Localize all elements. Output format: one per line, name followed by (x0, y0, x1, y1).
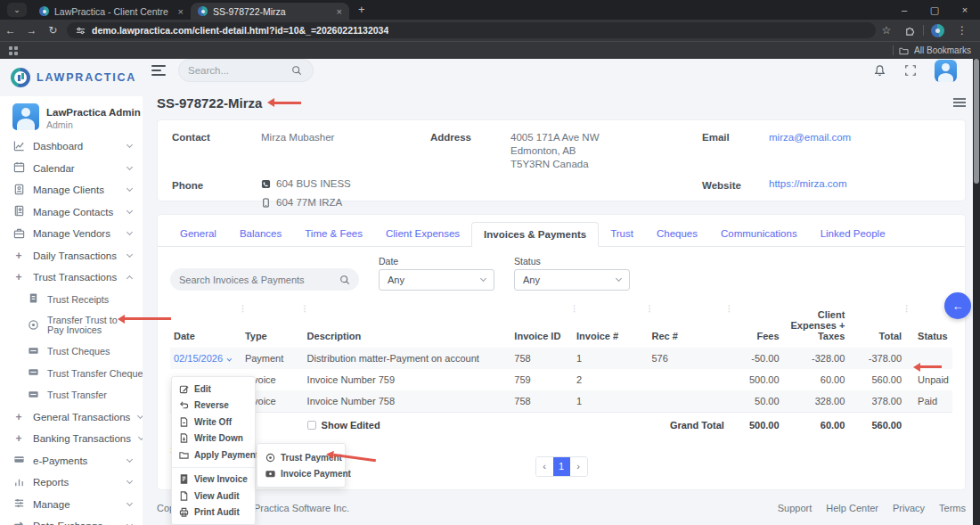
global-search[interactable] (178, 59, 314, 82)
page-menu-icon[interactable] (953, 98, 966, 107)
status-filter-select[interactable]: Any (514, 269, 630, 291)
address-bar[interactable]: demo.lawpractica.com/client-detail.html?… (67, 22, 876, 38)
back-icon[interactable]: ← (0, 24, 21, 37)
invoices-search[interactable] (170, 268, 359, 291)
global-search-input[interactable] (188, 65, 286, 76)
browser-menu-icon[interactable]: ⋮ (951, 24, 973, 37)
cheque-icon (27, 366, 39, 380)
current-page-button[interactable]: 1 (553, 457, 570, 476)
show-edited-checkbox[interactable] (307, 421, 316, 430)
sidebar-item-dashboard[interactable]: Dashboard (0, 135, 143, 158)
close-tab-icon[interactable]: × (337, 6, 342, 17)
site-info-icon[interactable] (76, 26, 86, 36)
menu-item-edit[interactable]: Edit (172, 381, 255, 398)
floating-back-button[interactable]: ← (944, 292, 971, 319)
browser-tab-client-detail[interactable]: SS-978722-Mirza × (191, 3, 349, 20)
tab-general[interactable]: General (168, 222, 228, 246)
tab-communications[interactable]: Communications (709, 222, 809, 246)
date-filter-select[interactable]: Any (379, 269, 494, 291)
notifications-bell-icon[interactable] (873, 64, 886, 78)
scrollbar-thumb[interactable] (974, 59, 979, 184)
footer-link-help-center[interactable]: Help Center (826, 503, 878, 513)
tab-balances[interactable]: Balances (228, 222, 293, 246)
tab-trust[interactable]: Trust (599, 222, 645, 246)
bookmark-star-icon[interactable]: ☆ (876, 24, 897, 37)
browser-profile-avatar[interactable] (931, 24, 944, 37)
footer-link-privacy[interactable]: Privacy (893, 503, 925, 513)
tab-time-fees[interactable]: Time & Fees (293, 222, 374, 246)
footer-link-terms[interactable]: Terms (939, 503, 966, 513)
submenu-item-invoice-payment[interactable]: Invoice Payment (257, 465, 345, 481)
email-link[interactable]: mirza@email.com (769, 132, 851, 143)
sidebar-item-trust-receipts[interactable]: Trust Receipts (0, 289, 143, 311)
sidebar-item-trust-transfer-cheques[interactable]: Trust Transfer Cheques (0, 363, 143, 385)
menu-item-write-off[interactable]: Write Off (172, 414, 255, 431)
tab-client-expenses[interactable]: Client Expenses (374, 222, 471, 246)
new-tab-button[interactable]: + (358, 3, 365, 16)
col-invoice-no[interactable]: ⋮Invoice # (573, 305, 648, 348)
sidebar-item-manage-contacts[interactable]: Manage Contacts (0, 201, 143, 224)
table-row[interactable]: Invoice Invoice Number 758 758 1 50.00 3… (170, 390, 952, 413)
fullscreen-icon[interactable] (904, 64, 917, 77)
user-name: LawPractica Admin (46, 107, 141, 118)
footer-link-support[interactable]: Support (778, 503, 813, 513)
website-link[interactable]: https://mirza.com (769, 178, 847, 189)
edit-icon (179, 384, 189, 394)
tab-linked-people[interactable]: Linked People (809, 222, 897, 246)
sidebar-item-trust-transactions[interactable]: + Trust Transactions (0, 267, 143, 289)
vendors-icon (12, 227, 25, 241)
all-bookmarks-button[interactable]: All Bookmarks (914, 45, 971, 55)
col-rec-no[interactable]: ⋮Rec # (649, 305, 728, 348)
sidebar-item-daily-transactions[interactable]: + Daily Transactions (0, 245, 143, 267)
app-logo[interactable]: LAWPRACTICA (0, 59, 143, 96)
sidebar-item-e-payments[interactable]: e-Payments (0, 450, 143, 472)
minimize-button[interactable]: – (889, 0, 919, 20)
header-user-avatar[interactable] (935, 60, 957, 82)
table-row[interactable]: 02/15/2026 Invoice Invoice Number 759 75… (170, 369, 952, 390)
sidebar-item-manage-clients[interactable]: Manage Clients (0, 179, 143, 201)
tab-invoices-payments[interactable]: Invoices & Payments (471, 222, 599, 247)
tab-cheques[interactable]: Cheques (645, 222, 709, 246)
sidebar-user[interactable]: LawPractica Admin Admin (0, 96, 143, 135)
sidebar-toggle-icon[interactable] (151, 65, 166, 76)
apps-grid-icon[interactable] (9, 46, 18, 55)
menu-item-view-invoice[interactable]: View Invoice (172, 472, 255, 488)
invoices-search-input[interactable] (179, 275, 339, 285)
sidebar-item-general-transactions[interactable]: + General Transactions (0, 406, 143, 429)
tab-search-button[interactable]: ⌄ (7, 3, 27, 17)
divider (923, 25, 924, 36)
menu-item-print-audit[interactable]: Print Audit (172, 504, 255, 521)
row-date-link[interactable]: 02/15/2026 (174, 353, 230, 364)
sidebar-item-data-exchange[interactable]: ⇄ Data Exchange (0, 515, 143, 525)
audit-file-icon (179, 491, 189, 501)
maximize-button[interactable]: ▢ (919, 0, 950, 20)
sidebar-item-reports[interactable]: Reports (0, 472, 143, 494)
sidebar-item-trust-cheques[interactable]: Trust Cheques (0, 340, 143, 363)
menu-item-apply-payment[interactable]: Apply Payment > (172, 447, 255, 463)
col-total[interactable]: Total (848, 305, 905, 348)
prev-page-button[interactable]: ‹ (536, 457, 553, 476)
page-scrollbar[interactable] (973, 59, 980, 525)
col-description[interactable]: ⋮Description (304, 305, 511, 348)
extensions-icon[interactable] (904, 25, 916, 37)
reload-icon[interactable]: ↻ (42, 24, 63, 37)
col-fees[interactable]: ⋮Fees (728, 305, 783, 348)
col-type[interactable]: ⋮Type (241, 305, 304, 348)
sidebar-item-banking-transactions[interactable]: + Banking Transactions (0, 428, 143, 450)
browser-tab-client-centre[interactable]: LawPractica - Client Centre × (32, 3, 191, 20)
sidebar-item-calendar[interactable]: Calendar (0, 158, 143, 180)
menu-item-view-audit[interactable]: View Audit (172, 488, 255, 504)
col-invoice-id[interactable]: Invoice ID (510, 305, 573, 348)
table-row[interactable]: 02/15/2026 Payment Distribution matter-P… (170, 348, 952, 369)
next-page-button[interactable]: › (570, 457, 587, 476)
sidebar-item-manage-vendors[interactable]: Manage Vendors (0, 223, 143, 245)
forward-icon[interactable]: → (21, 24, 43, 37)
sidebar-item-trust-transfer[interactable]: Trust Transfer (0, 384, 143, 406)
col-client-expenses[interactable]: Client Expenses + Taxes (783, 305, 849, 348)
col-date[interactable]: Date (170, 305, 241, 348)
close-tab-icon[interactable]: × (178, 6, 184, 17)
menu-item-reverse[interactable]: Reverse (172, 398, 255, 414)
sidebar-item-manage[interactable]: Manage (0, 494, 143, 516)
menu-item-write-down[interactable]: Write Down (172, 431, 255, 447)
close-window-button[interactable]: × (950, 0, 980, 20)
